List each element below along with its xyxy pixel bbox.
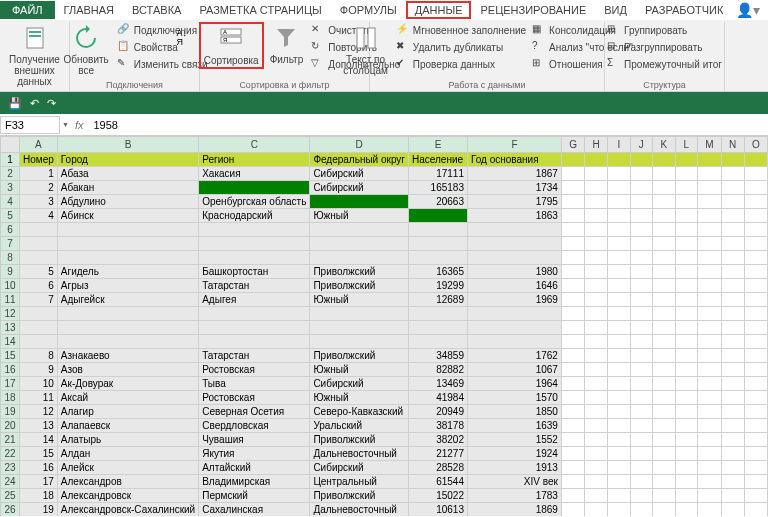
cell[interactable] [199,223,310,237]
cell[interactable] [630,293,652,307]
cell[interactable] [721,223,744,237]
cell[interactable] [675,265,697,279]
menu-tab-данные[interactable]: ДАННЫЕ [406,1,472,19]
cell[interactable] [199,181,310,195]
cell[interactable]: Приволжский [310,265,409,279]
cell[interactable] [199,237,310,251]
cell[interactable] [561,433,584,447]
ribbon-small-button[interactable]: ⊟Разгруппировать [605,39,724,55]
menu-tab-вставка[interactable]: ВСТАВКА [123,1,190,19]
cell[interactable] [608,279,630,293]
cell[interactable] [19,251,57,265]
cell[interactable]: 16365 [409,265,468,279]
cell[interactable] [652,321,675,335]
cell[interactable] [744,391,767,405]
cell[interactable] [675,503,697,517]
column-header[interactable]: L [675,137,697,153]
cell[interactable] [721,433,744,447]
cell[interactable] [608,503,630,517]
refresh-all-button[interactable]: Обновить все [60,22,113,78]
column-header[interactable]: H [585,137,608,153]
cell[interactable] [698,405,722,419]
cell[interactable]: Северная Осетия [199,405,310,419]
cell[interactable] [310,321,409,335]
cell[interactable] [675,237,697,251]
cell[interactable] [698,377,722,391]
cell[interactable]: 1863 [467,209,561,223]
cell[interactable]: 15 [19,447,57,461]
cell[interactable] [561,461,584,475]
cell[interactable]: Татарстан [199,349,310,363]
cell[interactable] [721,461,744,475]
cell[interactable] [744,265,767,279]
cell[interactable]: Дальневосточный [310,503,409,517]
cell[interactable] [698,167,722,181]
cell[interactable] [698,419,722,433]
cell[interactable] [585,461,608,475]
cell[interactable] [744,335,767,349]
row-header[interactable]: 20 [1,419,20,433]
cell[interactable] [561,419,584,433]
cell[interactable] [608,349,630,363]
cell[interactable] [698,209,722,223]
cell[interactable] [608,489,630,503]
cell[interactable]: Алтайский [199,461,310,475]
cell[interactable]: Приволжский [310,349,409,363]
cell[interactable] [409,237,468,251]
cell[interactable]: 1969 [467,293,561,307]
cell[interactable] [561,279,584,293]
cell[interactable] [721,475,744,489]
cell[interactable] [698,335,722,349]
cell[interactable] [561,209,584,223]
cell[interactable]: Северо-Кавказский [310,405,409,419]
cell[interactable]: Чувашия [199,433,310,447]
cell[interactable] [561,377,584,391]
row-header[interactable]: 17 [1,377,20,391]
cell[interactable] [698,363,722,377]
ribbon-small-button[interactable]: ⚡Мгновенное заполнение [394,22,528,38]
cell[interactable]: 1646 [467,279,561,293]
cell[interactable]: 38178 [409,419,468,433]
cell[interactable] [744,279,767,293]
cell[interactable] [698,349,722,363]
dropdown-icon[interactable]: ▼ [62,121,69,128]
cell[interactable]: Южный [310,293,409,307]
column-header[interactable]: K [652,137,675,153]
cell[interactable] [652,391,675,405]
cell[interactable]: 18 [19,489,57,503]
menu-tab-вид[interactable]: ВИД [595,1,636,19]
cell[interactable] [630,279,652,293]
cell[interactable] [675,363,697,377]
row-header[interactable]: 10 [1,279,20,293]
cell[interactable] [652,293,675,307]
cell[interactable] [561,251,584,265]
undo-icon[interactable]: ↶ [30,97,39,110]
column-header[interactable]: M [698,137,722,153]
cell[interactable] [57,223,198,237]
cell[interactable]: Сибирский [310,461,409,475]
cell[interactable] [561,335,584,349]
cell[interactable]: 19299 [409,279,468,293]
cell[interactable] [652,335,675,349]
cell[interactable]: Южный [310,363,409,377]
cell[interactable] [721,279,744,293]
cell[interactable] [675,461,697,475]
menu-tab-рецензирование[interactable]: РЕЦЕНЗИРОВАНИЕ [471,1,595,19]
column-header[interactable]: F [467,137,561,153]
cell[interactable]: Алатырь [57,433,198,447]
cell[interactable] [57,237,198,251]
cell[interactable] [675,489,697,503]
row-header[interactable]: 6 [1,223,20,237]
cell[interactable]: Пермский [199,489,310,503]
row-header[interactable]: 14 [1,335,20,349]
cell[interactable] [652,419,675,433]
cell[interactable] [698,307,722,321]
cell[interactable] [675,279,697,293]
cell[interactable] [19,335,57,349]
cell[interactable] [630,321,652,335]
cell[interactable] [409,251,468,265]
cell[interactable] [608,335,630,349]
cell[interactable]: 19 [19,503,57,517]
cell[interactable] [630,265,652,279]
cell[interactable] [721,293,744,307]
